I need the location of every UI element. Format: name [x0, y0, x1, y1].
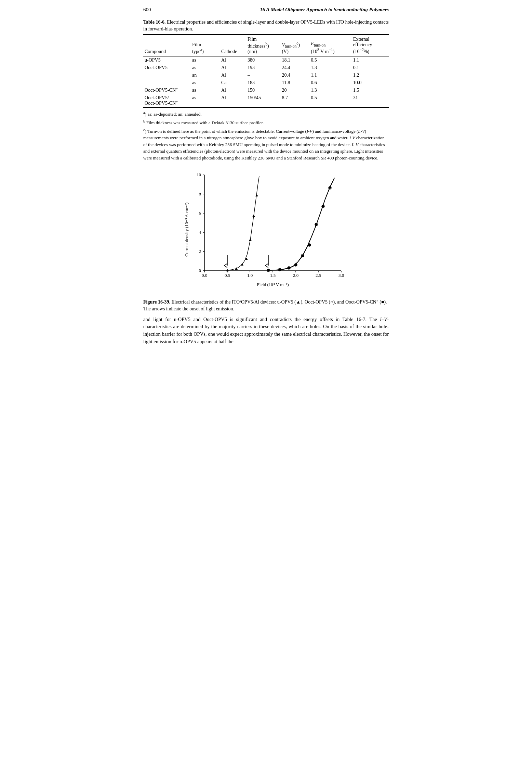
x-tick-3: 3.0: [338, 273, 344, 278]
cell-thickness: 183: [246, 79, 280, 87]
cell-vturon: 11.8: [280, 79, 309, 87]
y-tick-6: 6: [199, 210, 201, 216]
col-header-eturon: Eturn-on(108 V m−1): [309, 35, 352, 56]
cell-exteff: 1.5: [352, 87, 389, 94]
cell-compound: u-OPV5: [143, 56, 191, 64]
cell-thickness: 380: [246, 56, 280, 64]
marker-u-opv5: [252, 215, 255, 217]
col-header-compound: Compound: [143, 35, 191, 56]
table-row: as Ca 183 11.8 0.6 10.0: [143, 79, 389, 87]
col-header-film: Filmtypea): [191, 35, 220, 56]
x-tick-1: 1.0: [247, 273, 253, 278]
cell-cathode: Al: [220, 64, 246, 72]
cell-eturon: 1.1: [309, 72, 352, 79]
footnote-b: b Film thickness was measured with a Dek…: [143, 118, 389, 126]
table-caption: Table 16-6. Electrical properties and ef…: [143, 19, 389, 32]
chapter-title: 16 A Model Oligomer Approach to Semicond…: [260, 7, 389, 13]
cell-exteff: 1.1: [352, 56, 389, 64]
cell-thickness: –: [246, 72, 280, 79]
figure-caption-text: Electrical characteristics of the ITO/OP…: [143, 299, 387, 311]
y-axis-label: Current density (10−³ A cm−²): [184, 203, 189, 257]
cell-thickness: 150/45: [246, 94, 280, 107]
table-row: Ooct-OPV5 as Al 193 24.4 1.3 0.1: [143, 64, 389, 72]
cell-film-type: as: [191, 79, 220, 87]
marker-ooct-opv5-cn: [295, 264, 297, 266]
footnote-a: a) as: as-deposited; an: annealed.: [143, 110, 389, 118]
bottom-paragraph: and light for u-OPV5 and Ooct-OPV5 is si…: [143, 316, 389, 346]
y-tick-8: 8: [199, 191, 201, 196]
table-row: Ooct-OPV5/Ooct-OPV5-CN″ as Al 150/45 8.7…: [143, 94, 389, 107]
figure-caption: Figure 16-39. Electrical characteristics…: [143, 299, 389, 312]
marker-u-opv5: [235, 267, 238, 270]
curve-u-opv5: [227, 176, 259, 270]
table-container: Table 16-6. Electrical properties and ef…: [143, 19, 389, 161]
cell-film-type: as: [191, 94, 220, 107]
y-tick-0: 0: [199, 268, 201, 273]
cell-compound: [143, 72, 191, 79]
cell-compound: Ooct-OPV5/Ooct-OPV5-CN″: [143, 94, 191, 107]
figure-chart: Current density (10−³ A cm−²) 0 2 4 6 8 …: [184, 168, 348, 295]
table-row: an Al – 20.4 1.1 1.2: [143, 72, 389, 79]
col-header-cathode: Cathode: [220, 35, 246, 56]
figure-label: Figure 16-39.: [143, 299, 170, 305]
marker-ooct-opv5-cn: [279, 269, 281, 271]
col-header-vturon: Vturn-onc)(V): [280, 35, 309, 56]
x-tick-2: 2.0: [293, 273, 298, 278]
cell-cathode: Al: [220, 72, 246, 79]
footnote-c: c) Turn-on is defined here as the point …: [143, 127, 389, 162]
col-header-external: Externalefficiency(10−2%): [352, 35, 389, 56]
cell-exteff: 0.1: [352, 64, 389, 72]
cell-eturon: 0.6: [309, 79, 352, 87]
cell-compound: [143, 79, 191, 87]
cell-eturon: 0.5: [309, 94, 352, 107]
page-number: 600: [143, 7, 151, 13]
cell-eturon: 1.3: [309, 64, 352, 72]
cell-thickness: 193: [246, 64, 280, 72]
marker-ooct-opv5-cn: [302, 255, 304, 257]
cell-vturon: 20: [280, 87, 309, 94]
cell-vturon: 8.7: [280, 94, 309, 107]
page-header: 600 16 A Model Oligomer Approach to Semi…: [143, 7, 389, 13]
table-row: Ooct-OPV5-CN″ as Al 150 20 1.3 1.5: [143, 87, 389, 94]
cell-vturon: 24.4: [280, 64, 309, 72]
cell-film-type: as: [191, 87, 220, 94]
col-header-thickness: Filmthicknessb)(nm): [246, 35, 280, 56]
marker-ooct-opv5-cn: [308, 244, 310, 246]
cell-eturon: 0.5: [309, 56, 352, 64]
cell-cathode: Al: [220, 56, 246, 64]
table-caption-bold: Table 16-6.: [143, 20, 166, 25]
cell-compound: Ooct-OPV5-CN″: [143, 87, 191, 94]
data-table: Compound Filmtypea) Cathode Filmthicknes…: [143, 34, 389, 108]
x-tick-0: 0.0: [202, 273, 207, 278]
x-axis-label: Field (10⁴ V m⁻¹): [257, 282, 289, 287]
x-tick-05: 0.5: [225, 273, 230, 278]
marker-ooct-opv5-cn: [329, 187, 331, 189]
cell-compound: Ooct-OPV5: [143, 64, 191, 72]
y-tick-2: 2: [199, 249, 201, 254]
cell-cathode: Ca: [220, 79, 246, 87]
y-tick-10: 10: [197, 172, 201, 177]
marker-ooct-opv5-cn: [288, 267, 290, 269]
cell-exteff: 10.0: [352, 79, 389, 87]
cell-film-type: as: [191, 56, 220, 64]
marker-ooct-opv5-cn: [322, 205, 324, 207]
marker-ooct-opv5-cn: [315, 223, 317, 226]
cell-thickness: 150: [246, 87, 280, 94]
marker-u-opv5: [249, 239, 252, 241]
cell-vturon: 18.1: [280, 56, 309, 64]
table-header-row: Compound Filmtypea) Cathode Filmthicknes…: [143, 35, 389, 56]
cell-exteff: 31: [352, 94, 389, 107]
cell-eturon: 1.3: [309, 87, 352, 94]
chart-wrapper: Current density (10−³ A cm−²) 0 2 4 6 8 …: [184, 168, 348, 296]
figure-container: Current density (10−³ A cm−²) 0 2 4 6 8 …: [143, 168, 389, 312]
cell-vturon: 20.4: [280, 72, 309, 79]
cell-cathode: Al: [220, 94, 246, 107]
y-tick-4: 4: [199, 230, 201, 235]
marker-u-opv5: [255, 194, 258, 196]
marker-ooct-opv5-cn: [267, 269, 269, 271]
table-footnotes: a) as: as-deposited; an: annealed. b Fil…: [143, 110, 389, 161]
x-tick-15: 1.5: [270, 273, 276, 278]
table-caption-text: Electrical properties and efficiencies o…: [143, 20, 389, 31]
cell-cathode: Al: [220, 87, 246, 94]
cell-film-type: an: [191, 72, 220, 79]
